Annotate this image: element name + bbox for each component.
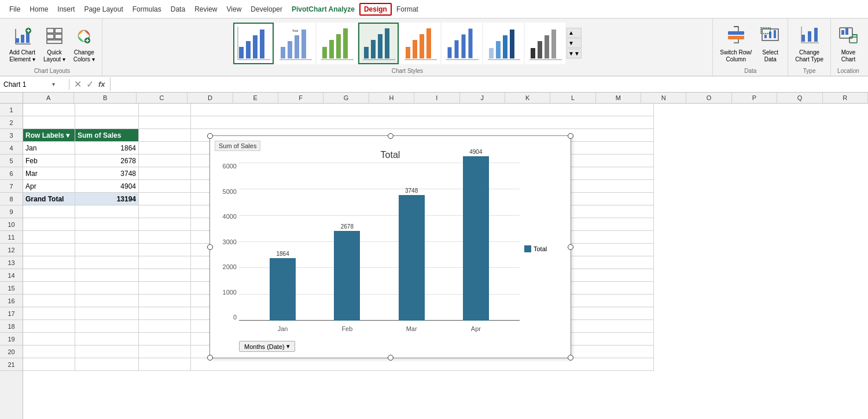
cell-b20[interactable] (75, 346, 139, 358)
chart-style-6[interactable] (442, 23, 482, 64)
quick-layout-button[interactable]: QuickLayout ▾ (40, 24, 69, 65)
row-header-10[interactable]: 10 (0, 218, 23, 231)
cell-a6[interactable]: Mar (23, 167, 75, 180)
col-header-m[interactable]: M (596, 93, 641, 103)
cell-c11[interactable] (139, 231, 191, 244)
cell-b12[interactable] (75, 244, 139, 256)
cell-c3[interactable] (139, 129, 191, 142)
gallery-scroll-down[interactable]: ▼ (567, 38, 582, 48)
cell-c21[interactable] (139, 358, 191, 371)
cell-c9[interactable] (139, 205, 191, 218)
row-header-7[interactable]: 7 (0, 180, 23, 193)
row-header-6[interactable]: 6 (0, 167, 23, 180)
col-header-f[interactable]: F (278, 93, 323, 103)
bar-apr-rect[interactable] (463, 156, 489, 321)
name-box-dropdown[interactable]: ▾ (52, 81, 55, 87)
cell-c6[interactable] (139, 167, 191, 180)
cell-b5[interactable]: 2678 (75, 155, 139, 167)
cell-rest-21[interactable] (191, 358, 654, 371)
col-header-b[interactable]: B (74, 93, 137, 103)
cell-b3[interactable]: Sum of Sales (75, 129, 139, 142)
col-header-r[interactable]: R (823, 93, 868, 103)
cell-a2[interactable] (23, 116, 75, 129)
cell-a12[interactable] (23, 244, 75, 256)
menu-formulas[interactable]: Formulas (128, 3, 166, 16)
add-chart-element-button[interactable]: Add ChartElement ▾ (6, 24, 39, 65)
cell-b1[interactable] (75, 104, 139, 116)
cell-a21[interactable] (23, 358, 75, 371)
col-header-k[interactable]: K (505, 93, 550, 103)
menu-home[interactable]: Home (25, 3, 53, 16)
switch-row-column-button[interactable]: Switch Row/Column (716, 22, 755, 65)
cell-a4[interactable]: Jan (23, 142, 75, 155)
menu-design[interactable]: Design (359, 3, 392, 16)
chart-handle-tr[interactable] (568, 133, 573, 139)
col-header-i[interactable]: I (414, 93, 459, 103)
col-header-o[interactable]: O (686, 93, 731, 103)
menu-data[interactable]: Data (166, 3, 190, 16)
cell-c17[interactable] (139, 307, 191, 320)
cell-rest-1[interactable] (191, 104, 654, 116)
row-header-1[interactable]: 1 (0, 104, 23, 116)
cell-b13[interactable] (75, 256, 139, 269)
cell-c15[interactable] (139, 282, 191, 295)
cell-a8[interactable]: Grand Total (23, 193, 75, 205)
change-chart-type-button[interactable]: ChangeChart Type (792, 22, 827, 65)
bar-mar-rect[interactable] (399, 195, 425, 321)
row-header-15[interactable]: 15 (0, 282, 23, 295)
cell-b17[interactable] (75, 307, 139, 320)
cell-c14[interactable] (139, 269, 191, 282)
cell-b16[interactable] (75, 295, 139, 307)
chart-handle-tl[interactable] (207, 133, 213, 139)
cell-c12[interactable] (139, 244, 191, 256)
cell-c8[interactable] (139, 193, 191, 205)
chart-handle-bl[interactable] (207, 355, 213, 361)
chart-handle-tc[interactable] (388, 133, 393, 139)
cell-b7[interactable]: 4904 (75, 180, 139, 193)
cell-b21[interactable] (75, 358, 139, 371)
cancel-formula-icon[interactable]: ✕ (73, 78, 83, 91)
menu-review[interactable]: Review (190, 3, 222, 16)
row-header-17[interactable]: 17 (0, 307, 23, 320)
cell-b2[interactable] (75, 116, 139, 129)
col-header-l[interactable]: L (550, 93, 595, 103)
cell-c19[interactable] (139, 333, 191, 346)
cell-b15[interactable] (75, 282, 139, 295)
chart-handle-ml[interactable] (207, 244, 213, 250)
cell-c20[interactable] (139, 346, 191, 358)
cell-b10[interactable] (75, 218, 139, 231)
cell-b14[interactable] (75, 269, 139, 282)
cell-c16[interactable] (139, 295, 191, 307)
cell-a18[interactable] (23, 320, 75, 333)
menu-page-layout[interactable]: Page Layout (79, 3, 127, 16)
cell-a15[interactable] (23, 282, 75, 295)
cell-c7[interactable] (139, 180, 191, 193)
col-header-d[interactable]: D (187, 93, 233, 103)
chart-handle-mr[interactable] (568, 244, 573, 250)
cell-c5[interactable] (139, 155, 191, 167)
cell-b11[interactable] (75, 231, 139, 244)
cell-a16[interactable] (23, 295, 75, 307)
chart-style-8[interactable] (525, 23, 565, 64)
row-header-3[interactable]: 3 (0, 129, 23, 142)
menu-file[interactable]: File (5, 3, 25, 16)
cell-b9[interactable] (75, 205, 139, 218)
bar-feb-rect[interactable] (334, 231, 360, 321)
gallery-scroll[interactable]: ▲ ▼ ▼▼ (567, 28, 582, 58)
row-header-4[interactable]: 4 (0, 142, 23, 155)
chart-handle-bc[interactable] (388, 355, 393, 361)
menu-developer[interactable]: Developer (246, 3, 287, 16)
sum-of-sales-label[interactable]: Sum of Sales (215, 141, 260, 151)
cell-c4[interactable] (139, 142, 191, 155)
col-header-n[interactable]: N (641, 93, 686, 103)
menu-view[interactable]: View (222, 3, 247, 16)
cell-a19[interactable] (23, 333, 75, 346)
cell-a5[interactable]: Feb (23, 155, 75, 167)
cell-b4[interactable]: 1864 (75, 142, 139, 155)
chart-style-4[interactable] (358, 23, 399, 64)
row-header-16[interactable]: 16 (0, 295, 23, 307)
chart-style-7[interactable] (483, 23, 524, 64)
cell-rest-2[interactable] (191, 116, 654, 129)
change-colors-button[interactable]: ChangeColors ▾ (70, 24, 98, 65)
row-header-13[interactable]: 13 (0, 256, 23, 269)
